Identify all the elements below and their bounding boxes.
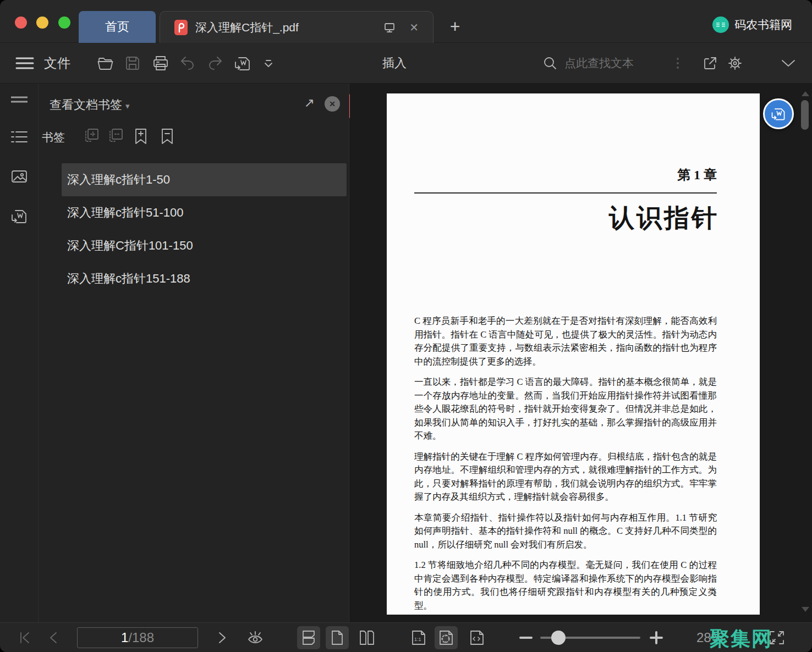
maximize-window-button[interactable]: [58, 16, 70, 29]
pdf-page: 第 1 章 认识指针 C 程序员新手和老手的一大差别就在于是否对指针有深刻理解，…: [387, 93, 760, 615]
pdf-to-word-floating-button[interactable]: [763, 98, 794, 129]
tab-home-label: 首页: [105, 19, 129, 35]
search-input[interactable]: [564, 55, 669, 71]
fit-width-button[interactable]: [465, 626, 489, 649]
image-panel-icon[interactable]: [10, 168, 29, 187]
page-number: 1: [713, 589, 717, 598]
add-bookmark-icon[interactable]: [132, 128, 150, 147]
chevron-down-icon[interactable]: [263, 58, 274, 68]
expand-all-icon[interactable]: [84, 128, 100, 146]
left-rail: [0, 84, 39, 622]
drag-handle-icon[interactable]: [10, 96, 29, 106]
paragraph: 1.2 节将细致地介绍几种不同的内存模型。毫无疑问，我们在使用 C 的过程中肯定…: [414, 559, 717, 612]
site-watermark: 聚集网: [710, 626, 772, 652]
collapse-all-icon[interactable]: [108, 128, 124, 146]
chapter-number: 第 1 章: [677, 166, 717, 184]
print-icon[interactable]: [152, 55, 169, 71]
tab-home[interactable]: 首页: [79, 11, 156, 43]
toolbar: 文件 开始 插入 ›: [0, 43, 812, 84]
bookmark-list: 深入理解c指针1-50 深入理解c指针51-100 深入理解C指针101-150…: [62, 163, 347, 295]
tab-document-title: 深入理解C指针_.pdf: [195, 20, 375, 35]
collapse-toolbar-icon[interactable]: [780, 58, 797, 68]
undo-icon[interactable]: [179, 56, 196, 71]
search-icon[interactable]: [542, 56, 558, 71]
paragraph: 理解指针的关键在于理解 C 程序如何管理内存。归根结底，指针包含的就是内存地址。…: [414, 450, 717, 504]
zoom-in-button[interactable]: [649, 631, 663, 645]
bookmarks-sidebar: 查看文档书签▾ ↗ ✕ 书签 深入理解c指针1-50: [39, 84, 349, 622]
zoom-slider-handle[interactable]: [551, 631, 566, 645]
outline-list-icon[interactable]: [10, 130, 28, 147]
statusbar: 1/188 1:1: [0, 622, 812, 652]
redo-icon[interactable]: [207, 56, 223, 71]
bookmark-item[interactable]: 深入理解C指针101-150: [62, 229, 347, 262]
close-panel-button[interactable]: ✕: [325, 96, 340, 112]
main-area: 查看文档书签▾ ↗ ✕ 书签 深入理解c指针1-50: [0, 84, 812, 622]
search-more-icon[interactable]: [677, 58, 679, 69]
zoom-out-button[interactable]: [519, 636, 533, 639]
new-tab-button[interactable]: +: [443, 14, 467, 38]
account[interactable]: 码农书籍网: [712, 16, 792, 33]
open-folder-icon[interactable]: [97, 55, 114, 71]
caret-down-icon: ▾: [125, 101, 130, 110]
popout-panel-icon[interactable]: ↗: [304, 96, 315, 110]
remove-bookmark-icon[interactable]: [158, 128, 176, 147]
pdf-reader-window: 首页 深入理解C指针_.pdf ✕ + 码农书籍网 文件: [0, 0, 812, 652]
page-indicator[interactable]: 1/188: [77, 627, 198, 648]
tab-document[interactable]: 深入理解C指针_.pdf ✕: [160, 11, 434, 43]
insert-tab[interactable]: 插入: [382, 43, 407, 84]
zoom-slider[interactable]: [540, 637, 640, 639]
paragraph: C 程序员新手和老手的一大差别就在于是否对指针有深刻理解，能否高效利用指针。指针…: [414, 314, 717, 368]
paragraph: 一直以来，指针都是学习 C 语言的最大障碍。指针的基本概念很简单，就是一个存放内…: [414, 375, 717, 443]
titlebar: 首页 深入理解C指针_.pdf ✕ + 码农书籍网: [0, 0, 812, 43]
panel-title-dropdown[interactable]: 查看文档书签▾: [50, 97, 130, 113]
pdf-file-icon: [174, 20, 188, 35]
close-tab-icon[interactable]: ✕: [409, 21, 419, 34]
bookmark-item[interactable]: 深入理解c指针151-188: [62, 262, 347, 295]
bookmark-item[interactable]: 深入理解c指针51-100: [62, 196, 347, 229]
current-page: 1: [121, 630, 128, 645]
two-page-view-button[interactable]: [355, 626, 378, 649]
share-icon[interactable]: [702, 55, 718, 71]
previous-page-button[interactable]: [46, 631, 59, 645]
bookmarks-section-label: 书签: [42, 130, 65, 145]
continuous-view-button[interactable]: [297, 626, 320, 649]
hamburger-menu-icon[interactable]: [15, 56, 34, 70]
scroll-up-icon[interactable]: [802, 91, 809, 96]
minimize-window-button[interactable]: [36, 16, 48, 29]
export-to-word-rail-icon[interactable]: [10, 207, 29, 228]
save-icon[interactable]: [124, 55, 141, 71]
first-page-button[interactable]: [18, 631, 32, 645]
close-window-button[interactable]: [15, 16, 27, 29]
svg-text:1:1: 1:1: [414, 637, 421, 642]
total-pages: /188: [128, 630, 154, 645]
document-view: 第 1 章 认识指针 C 程序员新手和老手的一大差别就在于是否对指针有深刻理解，…: [350, 84, 812, 622]
paragraph: 本章简要介绍指针、指针操作符以及指针如何与内存相互作用。1.1 节研究如何声明指…: [414, 511, 717, 552]
chapter-title: 认识指针: [609, 201, 719, 235]
gear-icon[interactable]: [726, 54, 744, 72]
single-page-view-button[interactable]: [326, 626, 349, 649]
chapter-rule: [414, 192, 717, 194]
fit-page-button[interactable]: [435, 626, 458, 649]
vertical-scrollbar[interactable]: [800, 84, 810, 622]
next-page-button[interactable]: [216, 631, 229, 645]
page-body: C 程序员新手和老手的一大差别就在于是否对指针有深刻理解，能否高效利用指针。指针…: [414, 314, 717, 620]
actual-size-button[interactable]: 1:1: [407, 626, 430, 649]
panel-title: 查看文档书签: [50, 98, 122, 112]
avatar: [712, 16, 729, 33]
bookmark-item[interactable]: 深入理解c指针1-50: [62, 163, 347, 196]
scroll-down-icon[interactable]: [802, 607, 809, 612]
account-name: 码农书籍网: [734, 17, 792, 32]
export-to-word-icon[interactable]: [233, 54, 252, 72]
scrollbar-thumb[interactable]: [801, 100, 809, 130]
monitor-icon[interactable]: [383, 21, 396, 34]
read-mode-icon[interactable]: [246, 629, 264, 646]
file-menu[interactable]: 文件: [44, 43, 70, 84]
